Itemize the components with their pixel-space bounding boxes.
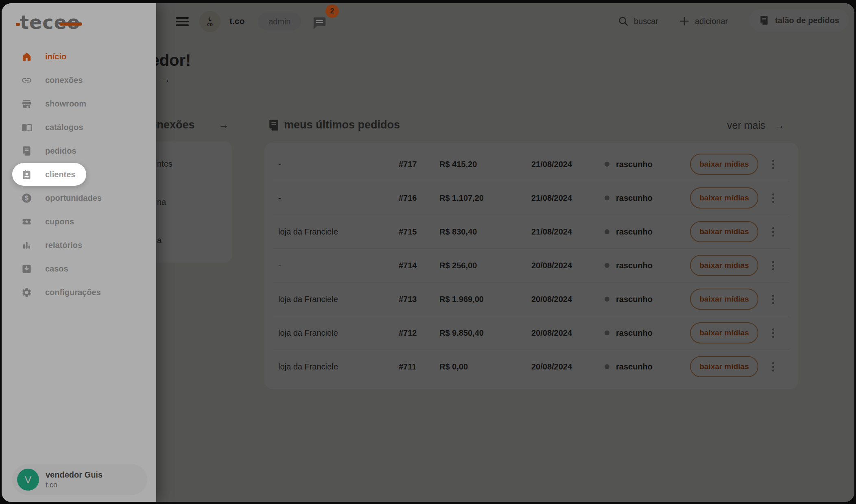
app-window: t. co t.co admin buscar adicionar talão … bbox=[2, 3, 854, 502]
sidebar-item-clientes[interactable]: clientes bbox=[2, 163, 156, 186]
contact-badge-icon bbox=[21, 169, 32, 180]
sidebar-item-label: clientes bbox=[45, 170, 75, 179]
tour-spotlight-overlay[interactable] bbox=[2, 3, 854, 502]
